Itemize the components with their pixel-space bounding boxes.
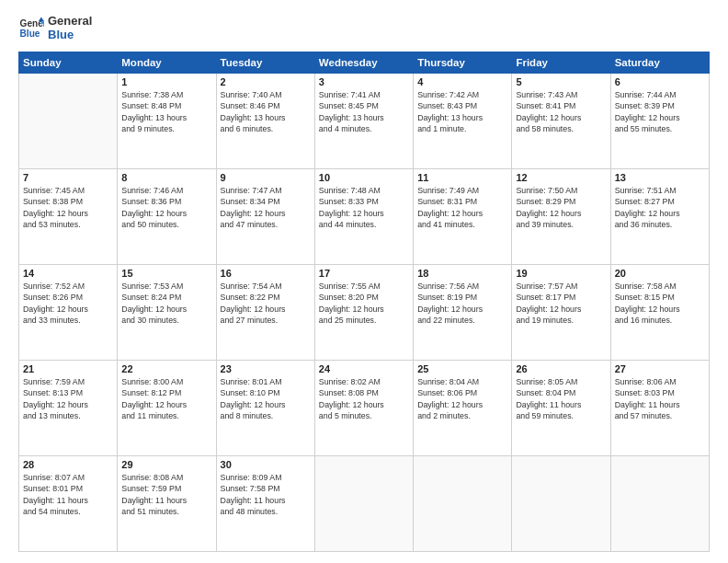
day-number: 24 bbox=[319, 363, 409, 374]
calendar-cell: 23Sunrise: 8:01 AM Sunset: 8:10 PM Dayli… bbox=[216, 360, 314, 455]
calendar-cell: 1Sunrise: 7:38 AM Sunset: 8:48 PM Daylig… bbox=[118, 73, 216, 168]
day-info: Sunrise: 7:47 AM Sunset: 8:34 PM Dayligh… bbox=[221, 185, 311, 230]
day-number: 27 bbox=[615, 363, 705, 374]
calendar-cell: 4Sunrise: 7:42 AM Sunset: 8:43 PM Daylig… bbox=[414, 73, 512, 168]
day-info: Sunrise: 8:05 AM Sunset: 8:04 PM Dayligh… bbox=[516, 376, 606, 421]
day-number: 14 bbox=[23, 268, 113, 279]
day-info: Sunrise: 7:44 AM Sunset: 8:39 PM Dayligh… bbox=[615, 89, 705, 134]
calendar-cell: 2Sunrise: 7:40 AM Sunset: 8:46 PM Daylig… bbox=[216, 73, 314, 168]
calendar-cell: 17Sunrise: 7:55 AM Sunset: 8:20 PM Dayli… bbox=[314, 264, 413, 360]
calendar-cell: 13Sunrise: 7:51 AM Sunset: 8:27 PM Dayli… bbox=[610, 168, 709, 264]
day-number: 26 bbox=[516, 363, 606, 374]
calendar-cell: 24Sunrise: 8:02 AM Sunset: 8:08 PM Dayli… bbox=[314, 360, 413, 455]
day-info: Sunrise: 8:02 AM Sunset: 8:08 PM Dayligh… bbox=[319, 376, 409, 421]
weekday-header-friday: Friday bbox=[512, 52, 610, 73]
calendar-week-row: 7Sunrise: 7:45 AM Sunset: 8:38 PM Daylig… bbox=[19, 168, 710, 264]
calendar-cell: 8Sunrise: 7:46 AM Sunset: 8:36 PM Daylig… bbox=[118, 168, 216, 264]
weekday-header-saturday: Saturday bbox=[610, 52, 709, 73]
calendar-cell bbox=[414, 455, 512, 551]
svg-text:Blue: Blue bbox=[20, 29, 40, 39]
day-info: Sunrise: 8:00 AM Sunset: 8:12 PM Dayligh… bbox=[121, 376, 211, 421]
day-info: Sunrise: 8:09 AM Sunset: 7:58 PM Dayligh… bbox=[221, 472, 311, 517]
calendar-cell: 25Sunrise: 8:04 AM Sunset: 8:06 PM Dayli… bbox=[414, 360, 512, 455]
day-info: Sunrise: 7:56 AM Sunset: 8:19 PM Dayligh… bbox=[417, 281, 507, 326]
calendar-cell: 27Sunrise: 8:06 AM Sunset: 8:03 PM Dayli… bbox=[610, 360, 709, 455]
day-info: Sunrise: 7:43 AM Sunset: 8:41 PM Dayligh… bbox=[516, 89, 606, 134]
weekday-header-thursday: Thursday bbox=[414, 52, 512, 73]
day-info: Sunrise: 7:49 AM Sunset: 8:31 PM Dayligh… bbox=[417, 185, 507, 230]
day-number: 28 bbox=[23, 459, 113, 470]
weekday-header-monday: Monday bbox=[118, 52, 216, 73]
calendar-week-row: 28Sunrise: 8:07 AM Sunset: 8:01 PM Dayli… bbox=[19, 455, 710, 551]
day-number: 15 bbox=[121, 268, 211, 279]
calendar-cell: 16Sunrise: 7:54 AM Sunset: 8:22 PM Dayli… bbox=[216, 264, 314, 360]
page-header: General Blue General Blue bbox=[18, 15, 710, 42]
day-number: 7 bbox=[23, 172, 113, 183]
day-number: 6 bbox=[615, 76, 705, 87]
day-info: Sunrise: 7:53 AM Sunset: 8:24 PM Dayligh… bbox=[121, 281, 211, 326]
day-number: 20 bbox=[615, 268, 705, 279]
calendar-cell: 11Sunrise: 7:49 AM Sunset: 8:31 PM Dayli… bbox=[414, 168, 512, 264]
day-number: 17 bbox=[319, 268, 409, 279]
calendar-cell bbox=[19, 73, 118, 168]
day-info: Sunrise: 8:07 AM Sunset: 8:01 PM Dayligh… bbox=[23, 472, 113, 517]
day-number: 12 bbox=[516, 172, 606, 183]
calendar-cell: 12Sunrise: 7:50 AM Sunset: 8:29 PM Dayli… bbox=[512, 168, 610, 264]
weekday-header-sunday: Sunday bbox=[19, 52, 118, 73]
day-info: Sunrise: 7:55 AM Sunset: 8:20 PM Dayligh… bbox=[319, 281, 409, 326]
weekday-header-wednesday: Wednesday bbox=[314, 52, 413, 73]
day-info: Sunrise: 7:41 AM Sunset: 8:45 PM Dayligh… bbox=[319, 89, 409, 134]
day-info: Sunrise: 7:38 AM Sunset: 8:48 PM Dayligh… bbox=[121, 89, 211, 134]
day-info: Sunrise: 7:40 AM Sunset: 8:46 PM Dayligh… bbox=[221, 89, 311, 134]
day-info: Sunrise: 7:59 AM Sunset: 8:13 PM Dayligh… bbox=[23, 376, 113, 421]
day-info: Sunrise: 8:04 AM Sunset: 8:06 PM Dayligh… bbox=[417, 376, 507, 421]
day-number: 23 bbox=[221, 363, 311, 374]
day-info: Sunrise: 7:42 AM Sunset: 8:43 PM Dayligh… bbox=[417, 89, 507, 134]
day-number: 5 bbox=[516, 76, 606, 87]
logo-line1: General bbox=[48, 15, 92, 29]
calendar-cell bbox=[314, 455, 413, 551]
day-info: Sunrise: 7:57 AM Sunset: 8:17 PM Dayligh… bbox=[516, 281, 606, 326]
calendar-cell: 29Sunrise: 8:08 AM Sunset: 7:59 PM Dayli… bbox=[118, 455, 216, 551]
calendar-cell: 26Sunrise: 8:05 AM Sunset: 8:04 PM Dayli… bbox=[512, 360, 610, 455]
day-number: 2 bbox=[221, 76, 311, 87]
day-number: 13 bbox=[615, 172, 705, 183]
calendar-week-row: 14Sunrise: 7:52 AM Sunset: 8:26 PM Dayli… bbox=[19, 264, 710, 360]
day-number: 3 bbox=[319, 76, 409, 87]
day-info: Sunrise: 8:01 AM Sunset: 8:10 PM Dayligh… bbox=[221, 376, 311, 421]
calendar-cell: 9Sunrise: 7:47 AM Sunset: 8:34 PM Daylig… bbox=[216, 168, 314, 264]
day-number: 25 bbox=[417, 363, 507, 374]
logo-icon: General Blue bbox=[18, 16, 44, 41]
day-number: 10 bbox=[319, 172, 409, 183]
calendar-cell: 19Sunrise: 7:57 AM Sunset: 8:17 PM Dayli… bbox=[512, 264, 610, 360]
day-number: 9 bbox=[221, 172, 311, 183]
calendar-cell bbox=[512, 455, 610, 551]
calendar-cell: 3Sunrise: 7:41 AM Sunset: 8:45 PM Daylig… bbox=[314, 73, 413, 168]
day-number: 8 bbox=[121, 172, 211, 183]
calendar-cell: 28Sunrise: 8:07 AM Sunset: 8:01 PM Dayli… bbox=[19, 455, 118, 551]
calendar-cell: 6Sunrise: 7:44 AM Sunset: 8:39 PM Daylig… bbox=[610, 73, 709, 168]
day-info: Sunrise: 7:50 AM Sunset: 8:29 PM Dayligh… bbox=[516, 185, 606, 230]
calendar-cell: 20Sunrise: 7:58 AM Sunset: 8:15 PM Dayli… bbox=[610, 264, 709, 360]
calendar-cell: 21Sunrise: 7:59 AM Sunset: 8:13 PM Dayli… bbox=[19, 360, 118, 455]
day-info: Sunrise: 8:06 AM Sunset: 8:03 PM Dayligh… bbox=[615, 376, 705, 421]
logo: General Blue General Blue bbox=[18, 15, 92, 42]
day-number: 11 bbox=[417, 172, 507, 183]
calendar-cell: 18Sunrise: 7:56 AM Sunset: 8:19 PM Dayli… bbox=[414, 264, 512, 360]
calendar-header-row: SundayMondayTuesdayWednesdayThursdayFrid… bbox=[19, 52, 710, 73]
calendar-week-row: 1Sunrise: 7:38 AM Sunset: 8:48 PM Daylig… bbox=[19, 73, 710, 168]
day-info: Sunrise: 8:08 AM Sunset: 7:59 PM Dayligh… bbox=[121, 472, 211, 517]
day-info: Sunrise: 7:54 AM Sunset: 8:22 PM Dayligh… bbox=[221, 281, 311, 326]
day-number: 1 bbox=[121, 76, 211, 87]
calendar-cell: 14Sunrise: 7:52 AM Sunset: 8:26 PM Dayli… bbox=[19, 264, 118, 360]
day-number: 4 bbox=[417, 76, 507, 87]
logo-line2: Blue bbox=[48, 29, 92, 42]
day-number: 19 bbox=[516, 268, 606, 279]
calendar-cell: 15Sunrise: 7:53 AM Sunset: 8:24 PM Dayli… bbox=[118, 264, 216, 360]
calendar-cell: 30Sunrise: 8:09 AM Sunset: 7:58 PM Dayli… bbox=[216, 455, 314, 551]
calendar-cell: 10Sunrise: 7:48 AM Sunset: 8:33 PM Dayli… bbox=[314, 168, 413, 264]
calendar-cell: 5Sunrise: 7:43 AM Sunset: 8:41 PM Daylig… bbox=[512, 73, 610, 168]
day-info: Sunrise: 7:46 AM Sunset: 8:36 PM Dayligh… bbox=[121, 185, 211, 230]
day-info: Sunrise: 7:51 AM Sunset: 8:27 PM Dayligh… bbox=[615, 185, 705, 230]
day-number: 18 bbox=[417, 268, 507, 279]
